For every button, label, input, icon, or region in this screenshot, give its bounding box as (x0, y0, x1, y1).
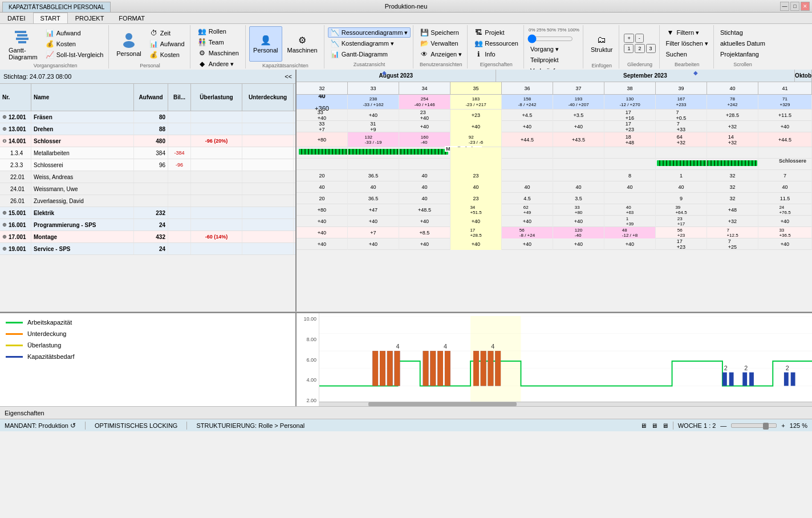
kosten-button[interactable]: 💰 Kosten (43, 39, 107, 49)
row-233: 2.3.3 Schlosserei 96 -96 (0, 159, 295, 171)
sb-38 (604, 159, 656, 170)
aufwand-15001: 232 (134, 207, 168, 218)
chart-row-fraeser: 33+40 +40 23+40 +23 +4.5 +3.5 17+16 7+0.… (297, 110, 812, 121)
andere-button[interactable]: ◆ Andere ▾ (195, 59, 242, 69)
anzeigen-button[interactable]: 👁 Anzeigen ▾ (417, 49, 465, 59)
filter-loeschen-button[interactable]: Filter löschen ▾ (663, 38, 711, 48)
weeks-header: 32 33 34 35 36 37 38 39 40 41 (297, 82, 812, 95)
aktuelles-datum-button[interactable]: aktuelles Datum (717, 38, 768, 48)
benutzer-col: 💾 Speichern 📂 Verwalten 👁 Anzeigen ▾ (417, 27, 465, 59)
svg-text:4: 4 (491, 343, 494, 350)
zoom-plus[interactable]: + (781, 422, 785, 429)
anzeigen-icon: 👁 (420, 50, 429, 59)
teilprojekt-button[interactable]: Teilprojekt (527, 55, 580, 65)
level2-button[interactable]: 2 (635, 44, 644, 53)
unter-14001 (242, 135, 294, 147)
vorgang-button[interactable]: Vorgang ▾ (527, 44, 580, 54)
kostendiagramm-icon: 📉 (331, 39, 340, 48)
group-inner2: Personal ⏱ Zeit 📊 Aufwand 💰 Kosten (112, 26, 187, 62)
soll-ist-button[interactable]: 📈 Soll-Ist-Vergleich (43, 50, 107, 60)
tab-start[interactable]: START (33, 13, 68, 23)
ueber-2401 (191, 183, 242, 195)
kapazitaet-tab[interactable]: KAPAZITÄTSABGLEICH PERSONAL (2, 2, 111, 12)
info-button[interactable]: ℹ Info (471, 49, 521, 59)
sl-33: 132-33 / -19 (348, 132, 399, 147)
stichtag-button[interactable]: Stichtag (717, 27, 768, 38)
level1-button[interactable]: 1 (624, 44, 634, 53)
expand-all-button[interactable]: + (624, 34, 634, 43)
filtern-button[interactable]: ▼ Filtern ▾ (663, 27, 711, 38)
rollen-button[interactable]: 👥 Rollen (195, 26, 242, 37)
row-12001: ⊕12.001 Fräsen 80 (0, 111, 295, 123)
projektanfang-button[interactable]: Projektanfang (717, 49, 768, 59)
rollen-label: Rollen (209, 28, 226, 35)
zeit-label: Zeit (160, 30, 170, 37)
level3-button[interactable]: 3 (646, 44, 656, 53)
y-2: 2.00 (299, 398, 316, 403)
verwalten-button[interactable]: 📂 Verwalten (417, 38, 465, 48)
group-personal: Personal ⏱ Zeit 📊 Aufwand 💰 Kosten Perso… (110, 25, 190, 68)
fr-34: 23+40 (399, 110, 450, 121)
ressourcendiagramm-label: Ressourcendiagramm ▾ (342, 29, 408, 37)
group-inner6: 💾 Speichern 📂 Verwalten 👁 Anzeigen ▾ (417, 26, 465, 60)
row-15001: ⊕15.001 Elektrik 232 (0, 207, 295, 219)
refresh-icon[interactable]: ↺ (70, 422, 76, 430)
suchen-button[interactable]: Suchen (663, 49, 711, 59)
kostendiagramm-button[interactable]: 📉 Kostendiagramm ▾ (328, 38, 411, 48)
kosten2-button[interactable]: 💰 Kosten (147, 50, 188, 60)
ressourcendiagramm-button[interactable]: 📉 Ressourcendiagramm ▾ (328, 27, 411, 38)
zoom-slider[interactable] (731, 423, 777, 428)
ek-38: 40+63 (604, 204, 656, 216)
close-button[interactable]: ✕ (801, 2, 810, 11)
nr-2601: 26.01 (0, 195, 31, 207)
aufwand2-icon: 📊 (149, 39, 159, 48)
zeit-button[interactable]: ⏱ Zeit (147, 28, 188, 38)
row-134: 1.3.4 Metallarbeiten 384 -384 (0, 147, 295, 159)
ek-36: 62+49 (502, 204, 553, 216)
ressourcen2-button[interactable]: 👥 Ressourcen (471, 38, 521, 48)
legend-kapazitaetsbedarf: Kapazitätsbedarf (6, 353, 290, 360)
bottom-chart: Arbeitskapazität Unterdeckung Überlastun… (0, 312, 812, 406)
name-14001: Schlosser (31, 135, 134, 147)
minimize-button[interactable]: — (780, 2, 789, 11)
tab-datei[interactable]: DATEI (0, 13, 33, 23)
tab-format[interactable]: FORMAT (111, 13, 152, 23)
scrollbar-thumb[interactable] (368, 402, 516, 406)
ueber-14001: -96 (20%) (191, 135, 242, 147)
struktur-button[interactable]: 🗂 Struktur (587, 26, 617, 62)
gantt-diagramm-button[interactable]: Gantt-Diagramm (5, 26, 42, 62)
team-button[interactable]: 👫 Team (195, 37, 242, 47)
tab-projekt[interactable]: PROJEKT (68, 13, 112, 23)
chart-row-metall-bars: Metallarbeiten (297, 147, 812, 159)
maschinen-kap-button[interactable]: ⚙ Maschinen (283, 26, 322, 62)
sb-39 (656, 159, 707, 170)
maximize-button[interactable]: □ (790, 2, 799, 11)
svg-rect-46 (784, 373, 789, 386)
personal-kap-button[interactable]: 👤 Personal (249, 26, 282, 62)
zeitplan-slider[interactable] (527, 34, 573, 43)
bottom-legend: Arbeitskapazität Unterdeckung Überlastun… (0, 313, 297, 406)
ueber-19001 (191, 243, 242, 254)
mb-37 (553, 147, 604, 159)
aufwand-button[interactable]: 📊 Aufwand (43, 28, 107, 38)
fr-33: +40 (348, 110, 399, 121)
collapse-all-button[interactable]: - (635, 34, 644, 43)
personal-large-button[interactable]: Personal (112, 26, 145, 62)
nav-btn[interactable]: << (285, 73, 292, 80)
kosten-label: Kosten (56, 41, 76, 47)
projekt-button[interactable]: 🏗 Projekt (471, 27, 521, 38)
stichtag-text: Stichtag: 24.07.23 08:00 (3, 73, 71, 80)
ek-35: 34+51.5 (450, 204, 502, 216)
svg-rect-39 (495, 351, 501, 386)
legend-ak-label: Arbeitskapazität (27, 319, 72, 326)
horizontal-scrollbar[interactable] (319, 402, 812, 406)
soll-col: 📊 Aufwand 💰 Kosten 📈 Soll-Ist-Vergleich (43, 28, 107, 60)
speichern-button[interactable]: 💾 Speichern (417, 27, 465, 38)
aufwand2-button[interactable]: 📊 Aufwand (147, 39, 188, 49)
sb-40 (707, 159, 758, 170)
unter-134 (242, 147, 294, 159)
group-inner10: + - 1 2 3 (623, 26, 656, 60)
gantt2-button[interactable]: 📊 Gantt-Diagramm (328, 49, 411, 59)
maschinen-button[interactable]: ⚙ Maschinen (195, 48, 242, 58)
zoom-minus[interactable]: — (720, 422, 726, 429)
